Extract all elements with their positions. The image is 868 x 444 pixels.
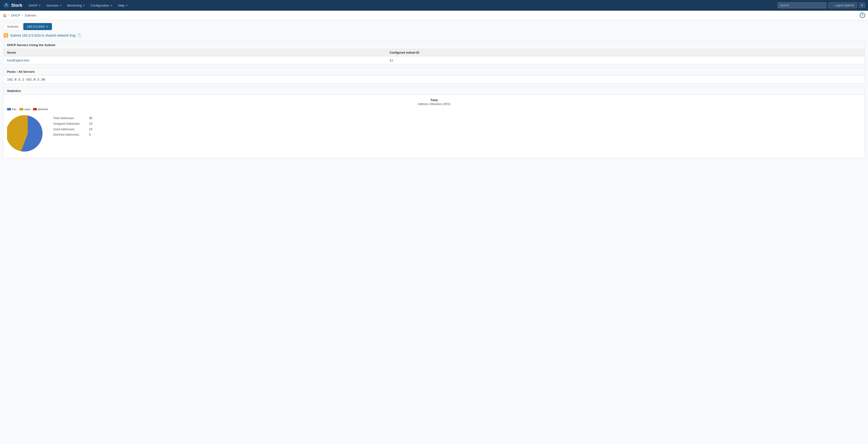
legend-free: free: [7, 108, 17, 110]
subnet-title: 🔀 Subnet 192.0.5.0/24 in shared network …: [3, 33, 865, 38]
nav-dhcp[interactable]: DHCP ▼: [26, 2, 43, 9]
stat-assigned-label: Assigned Addresses:: [53, 121, 87, 127]
pools-panel-body: 192.0.5.1-192.0.5.50: [4, 76, 864, 83]
stat-assigned: Assigned Addresses: 13: [53, 121, 92, 127]
stat-declined-value: 0: [89, 132, 91, 137]
main-content: Subnets 192.0.5.0/24 ✕ 🔀 Subnet 192.0.5.…: [0, 20, 868, 444]
stat-assigned-value: 13: [89, 121, 92, 127]
nav-services[interactable]: Services ▼: [44, 2, 64, 9]
navbar-right: → Logout (admin) ▼: [778, 2, 865, 8]
nav-monitoring[interactable]: Monitoring ▼: [65, 2, 88, 9]
server-link[interactable]: kea@agent-kea: [7, 59, 29, 62]
tab-subnet-active[interactable]: 192.0.5.0/24 ✕: [23, 23, 52, 30]
breadcrumb-home[interactable]: 🏠: [3, 13, 7, 17]
brand[interactable]: Stork: [3, 2, 22, 9]
tab-bar: Subnets 192.0.5.0/24 ✕: [3, 23, 865, 30]
breadcrumb: 🏠 > DHCP > Subnets ?: [0, 11, 868, 20]
stats-values: Total Addresses: 50 Assigned Addresses: …: [53, 113, 92, 137]
configured-subnet-id: 11: [386, 57, 864, 64]
pie-svg: [7, 113, 48, 154]
pie-chart: [7, 113, 48, 154]
nav-configuration[interactable]: Configuration ▼: [88, 2, 115, 9]
stat-used-label: Used Addresses:: [53, 127, 87, 132]
table-row: kea@agent-kea 11: [4, 57, 864, 64]
breadcrumb-right: ?: [860, 12, 865, 18]
dhcp-servers-panel: DHCP Servers Using the Subnet Server Con…: [3, 41, 865, 64]
legend-declined-label: declined: [38, 108, 48, 110]
subnet-title-text[interactable]: Subnet 192.0.5.0/24 in shared network fr…: [10, 33, 75, 37]
statistics-panel: Statistics Total Address Utilization (26…: [3, 87, 865, 158]
chart-area: Total Addresses: 50 Assigned Addresses: …: [7, 113, 861, 154]
legend-free-box: [7, 108, 11, 110]
stat-total: Total Addresses: 50: [53, 116, 92, 121]
pool-item: 192.0.5.1-192.0.5.50: [4, 76, 864, 83]
legend-used: used: [20, 108, 30, 110]
chevron-down-icon: ▼: [83, 4, 85, 7]
statistics-panel-header: Statistics: [4, 87, 864, 95]
breadcrumb-current: Subnets: [25, 13, 36, 17]
nav-menu: DHCP ▼ Services ▼ Monitoring ▼ Configura…: [26, 2, 776, 9]
brand-logo: [3, 2, 10, 9]
chevron-down-icon: ▼: [110, 4, 113, 7]
legend-free-label: free: [12, 108, 17, 110]
search-input[interactable]: [778, 2, 826, 8]
col-server: Server: [4, 49, 386, 57]
stat-declined: Declined Addresses: 0: [53, 132, 92, 137]
breadcrumb-sep-1: >: [8, 14, 10, 17]
logout-icon: →: [831, 4, 834, 7]
legend-declined-box: [33, 108, 37, 110]
breadcrumb-sep-2: >: [22, 14, 23, 17]
stat-declined-label: Declined Addresses:: [53, 132, 87, 137]
dhcp-servers-panel-header: DHCP Servers Using the Subnet: [4, 41, 864, 49]
legend-used-box: [20, 108, 23, 110]
tab-subnets[interactable]: Subnets: [3, 23, 22, 30]
legend-used-label: used: [24, 108, 30, 110]
breadcrumb-dhcp[interactable]: DHCP: [11, 13, 20, 17]
svg-point-0: [3, 2, 9, 8]
tab-close-icon[interactable]: ✕: [46, 25, 48, 28]
navbar: Stork DHCP ▼ Services ▼ Monitoring ▼ Con…: [0, 0, 868, 11]
legend-declined: declined: [33, 108, 48, 110]
col-subnet-id: Configured subnet ID: [386, 49, 864, 57]
brand-name: Stork: [11, 3, 22, 8]
logout-dropdown-arrow[interactable]: ▼: [859, 3, 865, 8]
chart-subtitle: Address Utilization (26%): [7, 102, 861, 106]
chart-legend: free used declined: [7, 108, 861, 110]
chevron-down-icon: ▼: [59, 4, 62, 7]
pools-panel-header: Pools / All Servers: [4, 68, 864, 76]
stat-used-value: 13: [89, 127, 92, 132]
svg-point-1: [6, 3, 7, 5]
statistics-panel-body: Total Address Utilization (26%) free use…: [4, 95, 864, 158]
stat-total-label: Total Addresses:: [53, 116, 87, 121]
help-circle-icon[interactable]: ?: [860, 12, 865, 18]
subnet-help-icon[interactable]: ?: [78, 33, 81, 37]
pools-panel: Pools / All Servers 192.0.5.1-192.0.5.50: [3, 68, 865, 84]
network-icon: 🔀: [3, 33, 8, 38]
stat-used: Used Addresses: 13: [53, 127, 92, 132]
chevron-down-icon: ▼: [39, 4, 41, 7]
chevron-down-icon: ▼: [125, 4, 128, 7]
chart-title: Total: [7, 98, 861, 102]
server-name: kea@agent-kea: [4, 57, 386, 64]
nav-help[interactable]: Help ▼: [116, 2, 130, 9]
stat-total-value: 50: [89, 116, 92, 121]
dhcp-servers-panel-body: Server Configured subnet ID kea@agent-ke…: [4, 49, 864, 64]
dhcp-servers-table: Server Configured subnet ID kea@agent-ke…: [4, 49, 864, 64]
logout-button[interactable]: → Logout (admin): [828, 2, 857, 8]
